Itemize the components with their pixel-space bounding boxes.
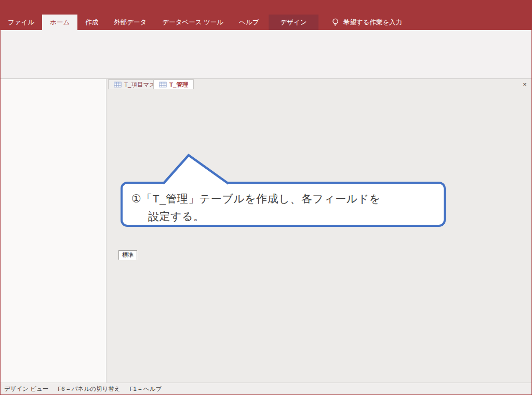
lightbulb-icon xyxy=(332,18,339,26)
callout-text-line2: 設定する。 xyxy=(148,209,444,224)
tab-design[interactable]: デザイン xyxy=(269,15,318,30)
ribbon-tab-bar: ファイル ホーム 作成 外部データ データベース ツール ヘルプ デザイン 希望… xyxy=(0,15,532,30)
ribbon xyxy=(0,30,532,79)
title-bar xyxy=(0,0,532,15)
status-left: デザイン ビュー F6 = パネルの切り替え F1 = ヘルプ xyxy=(0,385,162,393)
table-icon xyxy=(114,81,122,88)
tell-me-label: 希望する作業を入力 xyxy=(343,18,402,27)
navigation-pane xyxy=(0,79,107,383)
tell-me-box[interactable]: 希望する作業を入力 xyxy=(332,15,402,30)
tab-db-tools[interactable]: データベース ツール xyxy=(154,15,231,30)
tab-help[interactable]: ヘルプ xyxy=(231,15,267,30)
tab-create[interactable]: 作成 xyxy=(77,15,106,30)
status-view-mode: デザイン ビュー xyxy=(4,385,48,393)
status-f6-hint: F6 = パネルの切り替え xyxy=(58,385,120,393)
status-bar: デザイン ビュー F6 = パネルの切り替え F1 = ヘルプ xyxy=(0,383,532,394)
callout-pointer xyxy=(156,153,234,185)
annotation-callout: ①「T_管理」テーブルを作成し、各フィールドを 設定する。 xyxy=(121,182,446,227)
document-area xyxy=(107,79,532,383)
status-f1-hint: F1 = ヘルプ xyxy=(129,385,162,393)
tab-external-data[interactable]: 外部データ xyxy=(106,15,154,30)
tab-file[interactable]: ファイル xyxy=(0,15,42,30)
tab-home[interactable]: ホーム xyxy=(42,15,77,30)
properties-tab-general[interactable]: 標準 xyxy=(118,250,137,260)
doc-tab-t-kanri[interactable]: T_管理 xyxy=(153,79,194,89)
callout-text-line1: ①「T_管理」テーブルを作成し、各フィールドを xyxy=(131,192,444,206)
close-document-icon[interactable]: × xyxy=(521,80,529,88)
table-icon xyxy=(159,81,167,88)
